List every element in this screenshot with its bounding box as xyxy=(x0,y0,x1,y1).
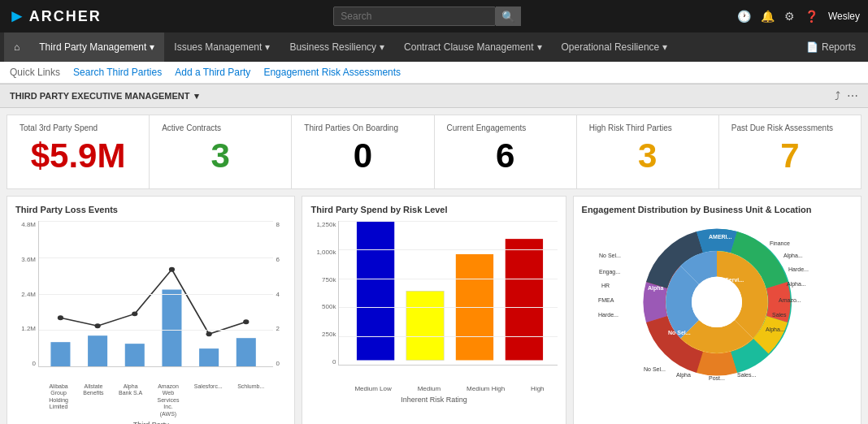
report-icon: 📄 xyxy=(806,41,818,53)
legend-fmea: FMEA xyxy=(598,297,614,303)
svg-rect-0 xyxy=(50,342,70,366)
x-axis-label: Third Party xyxy=(15,421,286,424)
dropdown-icon[interactable]: ▾ xyxy=(194,91,199,102)
y-tick-left-4: 0 xyxy=(33,360,36,367)
kpi-past-due: Past Due Risk Assessments 7 xyxy=(719,115,861,188)
kpi-total-spend: Total 3rd Party Spend $5.9M xyxy=(7,115,150,188)
svg-point-16 xyxy=(692,277,742,327)
kpi-label-high-risk: High Risk Third Parties xyxy=(589,123,706,132)
svg-point-10 xyxy=(206,331,212,336)
spend-y-tick-2: 750k xyxy=(322,276,336,283)
add-third-party-link[interactable]: Add a Third Party xyxy=(175,67,250,78)
top-bar: ► ARCHER 🔍 🕐 🔔 ⚙ ❓ Wesley xyxy=(0,0,868,32)
legend-alpha4: Alpha xyxy=(676,372,691,379)
ring-label-apac: IT Servi... xyxy=(718,277,744,283)
spend-chart-title: Third Party Spend by Risk Level xyxy=(310,205,557,214)
svg-point-7 xyxy=(95,323,101,328)
legend-alpha: Alpha... xyxy=(783,253,803,259)
svg-rect-12 xyxy=(357,221,394,360)
kpi-value-high-risk: 3 xyxy=(589,139,706,173)
history-icon[interactable]: 🕐 xyxy=(737,10,751,23)
bar-label-3: AmazonWebServicesInc.(AWS) xyxy=(158,383,180,418)
nav-issues[interactable]: Issues Management ▾ xyxy=(164,32,280,62)
chevron-down-icon: ▾ xyxy=(380,41,384,53)
bar-label-0: AlibabaGroupHoldingLimited xyxy=(49,383,68,418)
reports-button[interactable]: 📄 Reports xyxy=(798,41,864,53)
chevron-down-icon: ▾ xyxy=(662,41,667,53)
svg-rect-5 xyxy=(237,338,256,366)
risk-label-3: High xyxy=(531,385,544,392)
kpi-engagements: Current Engagements 6 xyxy=(435,115,577,188)
nav-home[interactable]: ⌂ xyxy=(4,32,29,62)
y-tick-left-2: 2.4M xyxy=(21,291,36,298)
legend-amaz: Amazo... xyxy=(779,297,801,303)
wrench-icon[interactable]: ⚙ xyxy=(784,10,795,23)
dashboard-title: THIRD PARTY EXECUTIVE MANAGEMENT xyxy=(10,91,189,101)
search-area: 🔍 xyxy=(118,6,737,26)
kpi-value-onboarding: 0 xyxy=(304,139,421,173)
engagement-chart: Engagement Distribution by Business Unit… xyxy=(573,196,861,424)
nav-operational[interactable]: Operational Resilience ▾ xyxy=(552,32,678,62)
dashboard-header: THIRD PARTY EXECUTIVE MANAGEMENT ▾ ⤴ ⋯ xyxy=(0,84,868,108)
bar-label-5: Schlumb... xyxy=(237,383,264,418)
quick-links-label: Quick Links xyxy=(10,67,60,78)
kpi-value-past-due: 7 xyxy=(731,139,848,173)
donut-svg: Finance Alpha... Harde... Alpha... Amazo… xyxy=(587,221,847,383)
ring-label-alpha: Alpha xyxy=(648,285,664,292)
spend-y-tick-0: 1,250k xyxy=(316,221,336,228)
y-tick-left-0: 4.8M xyxy=(21,221,36,228)
svg-rect-1 xyxy=(88,335,107,366)
charts-row: Third Party Loss Events 4.8M 3.6M 2.4M 1… xyxy=(7,196,861,424)
user-menu[interactable]: Wesley xyxy=(828,11,860,22)
help-icon[interactable]: ❓ xyxy=(805,10,818,23)
nav-business[interactable]: Business Resiliency ▾ xyxy=(280,32,394,62)
spend-y-tick-3: 500k xyxy=(322,303,336,310)
spend-y-tick-5: 0 xyxy=(332,358,336,366)
legend-sales: Sales xyxy=(772,312,787,318)
risk-label-0: Medium Low xyxy=(354,385,391,392)
engagement-risk-link[interactable]: Engagement Risk Assessments xyxy=(263,67,401,78)
svg-rect-4 xyxy=(199,348,219,366)
nav-contract[interactable]: Contract Clause Management ▾ xyxy=(394,32,551,62)
kpi-value-spend: $5.9M xyxy=(20,139,137,173)
kpi-value-engagements: 6 xyxy=(447,139,564,173)
svg-point-11 xyxy=(243,319,249,324)
spend-risk-chart: Third Party Spend by Risk Level 1,250k 1… xyxy=(302,196,566,424)
svg-rect-3 xyxy=(162,290,181,366)
y-tick-right-3: 2 xyxy=(276,325,279,332)
chevron-down-icon: ▾ xyxy=(150,41,154,53)
ring-label-emea: No Sel... xyxy=(668,330,691,335)
share-icon[interactable]: ⤴ xyxy=(835,89,840,102)
loss-chart-title: Third Party Loss Events xyxy=(15,205,286,214)
kpi-label-past-due: Past Due Risk Assessments xyxy=(731,123,848,132)
kpi-label-contracts: Active Contracts xyxy=(162,123,279,132)
more-icon[interactable]: ⋯ xyxy=(847,89,858,102)
spend-x-label: Inherent Risk Rating xyxy=(310,396,557,404)
bell-icon[interactable]: 🔔 xyxy=(761,10,775,23)
legend-harde: Harde... xyxy=(788,266,809,272)
chevron-down-icon: ▾ xyxy=(265,41,270,53)
search-button[interactable]: 🔍 xyxy=(496,6,521,26)
nav-third-party[interactable]: Third Party Management ▾ xyxy=(29,32,164,62)
legend-finance: Finance xyxy=(770,240,790,246)
kpi-onboarding: Third Parties On Boarding 0 xyxy=(292,115,434,188)
bar-label-4: Salesforc... xyxy=(194,383,223,418)
legend-alpha2: Alpha... xyxy=(787,281,806,288)
y-tick-left-3: 1.2M xyxy=(21,325,36,332)
svg-point-9 xyxy=(169,267,175,272)
y-tick-right-4: 0 xyxy=(276,360,279,367)
spend-bars-svg xyxy=(339,221,557,365)
search-input[interactable] xyxy=(333,6,496,26)
loss-bars-svg xyxy=(39,221,273,366)
ring-label-ameri: AMERI... xyxy=(709,234,731,240)
legend-sales2: Sales... xyxy=(737,372,756,378)
y-tick-right-0: 8 xyxy=(276,221,279,228)
legend-no-sel: No Sel... xyxy=(644,366,666,372)
search-third-parties-link[interactable]: Search Third Parties xyxy=(73,67,162,78)
nav-bar: ⌂ Third Party Management ▾ Issues Manage… xyxy=(0,32,868,62)
spend-y-tick-4: 250k xyxy=(322,331,336,338)
dashboard-actions: ⤴ ⋯ xyxy=(835,89,858,102)
kpi-label-onboarding: Third Parties On Boarding xyxy=(304,123,421,132)
kpi-high-risk: High Risk Third Parties 3 xyxy=(577,115,719,188)
risk-label-2: Medium High xyxy=(467,385,505,392)
